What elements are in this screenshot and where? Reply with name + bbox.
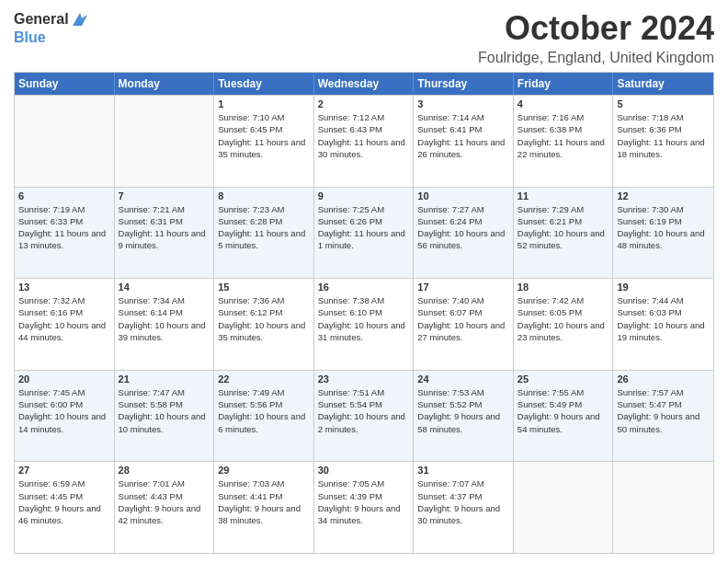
empty-cell [514,462,614,553]
day-cell-8: 8Sunrise: 7:23 AMSunset: 6:28 PMDaylight… [214,188,314,279]
sunset-text: Sunset: 6:12 PM [218,306,310,318]
sunrise-text: Sunrise: 6:59 AM [18,477,110,489]
daylight-text: Daylight: 9 hours and 58 minutes. [417,410,509,435]
empty-cell [613,462,713,553]
day-number: 2 [318,98,410,109]
sunrise-text: Sunrise: 7:05 AM [318,477,410,489]
daylight-text: Daylight: 10 hours and 6 minutes. [218,410,310,435]
logo-general: General [14,11,69,28]
day-cell-31: 31Sunrise: 7:07 AMSunset: 4:37 PMDayligh… [414,462,514,553]
calendar-header-row: SundayMondayTuesdayWednesdayThursdayFrid… [15,73,713,95]
sunset-text: Sunset: 6:43 PM [318,123,410,135]
day-number: 22 [218,373,310,385]
daylight-text: Daylight: 11 hours and 5 minutes. [218,227,310,252]
day-number: 25 [518,373,609,385]
day-cell-6: 6Sunrise: 7:19 AMSunset: 6:33 PMDaylight… [15,188,115,279]
daylight-text: Daylight: 9 hours and 50 minutes. [617,410,710,435]
day-number: 17 [417,282,509,293]
sunrise-text: Sunrise: 7:25 AM [318,203,410,215]
day-number: 13 [18,282,110,293]
sunset-text: Sunset: 5:56 PM [218,398,310,410]
day-cell-3: 3Sunrise: 7:14 AMSunset: 6:41 PMDaylight… [414,96,514,187]
day-cell-10: 10Sunrise: 7:27 AMSunset: 6:24 PMDayligh… [414,188,514,279]
header-cell-wednesday: Wednesday [314,73,415,95]
sunrise-text: Sunrise: 7:44 AM [617,294,710,306]
day-cell-15: 15Sunrise: 7:36 AMSunset: 6:12 PMDayligh… [214,279,314,370]
sunrise-text: Sunrise: 7:12 AM [318,111,410,123]
day-cell-30: 30Sunrise: 7:05 AMSunset: 4:39 PMDayligh… [314,462,415,553]
sunset-text: Sunset: 4:45 PM [18,490,110,502]
day-cell-9: 9Sunrise: 7:25 AMSunset: 6:26 PMDaylight… [314,188,415,279]
day-number: 1 [218,98,310,109]
day-cell-20: 20Sunrise: 7:45 AMSunset: 6:00 PMDayligh… [15,371,115,462]
daylight-text: Daylight: 10 hours and 44 minutes. [18,319,110,344]
sunrise-text: Sunrise: 7:19 AM [18,203,110,215]
daylight-text: Daylight: 11 hours and 35 minutes. [218,136,310,161]
sunrise-text: Sunrise: 7:47 AM [119,386,210,398]
day-cell-5: 5Sunrise: 7:18 AMSunset: 6:36 PMDaylight… [613,96,713,187]
daylight-text: Daylight: 9 hours and 42 minutes. [119,502,210,527]
sunrise-text: Sunrise: 7:38 AM [318,294,410,306]
day-cell-12: 12Sunrise: 7:30 AMSunset: 6:19 PMDayligh… [613,188,713,279]
sunset-text: Sunset: 6:16 PM [18,306,110,318]
daylight-text: Daylight: 9 hours and 38 minutes. [218,502,310,527]
sunset-text: Sunset: 6:14 PM [119,306,210,318]
daylight-text: Daylight: 10 hours and 23 minutes. [518,319,609,344]
svg-marker-0 [73,13,87,26]
day-number: 11 [518,190,609,201]
day-number: 5 [617,98,710,109]
sunset-text: Sunset: 6:41 PM [417,123,509,135]
sunrise-text: Sunrise: 7:18 AM [617,111,710,123]
sunrise-text: Sunrise: 7:57 AM [617,386,710,398]
sunset-text: Sunset: 5:52 PM [417,398,509,410]
sunset-text: Sunset: 6:36 PM [617,123,710,135]
sunrise-text: Sunrise: 7:32 AM [18,294,110,306]
sunset-text: Sunset: 5:54 PM [318,398,410,410]
day-number: 15 [218,282,310,293]
day-cell-22: 22Sunrise: 7:49 AMSunset: 5:56 PMDayligh… [214,371,314,462]
day-number: 14 [119,282,210,293]
day-cell-1: 1Sunrise: 7:10 AMSunset: 6:45 PMDaylight… [214,96,314,187]
day-number: 23 [318,373,410,385]
sunrise-text: Sunrise: 7:49 AM [218,386,310,398]
title-block: October 2024 Foulridge, England, United … [478,9,714,66]
location-title: Foulridge, England, United Kingdom [478,50,714,66]
daylight-text: Daylight: 9 hours and 46 minutes. [18,502,110,527]
header-cell-monday: Monday [115,73,215,95]
sunrise-text: Sunrise: 7:16 AM [518,111,609,123]
header-cell-saturday: Saturday [613,73,713,95]
header-cell-friday: Friday [514,73,614,95]
calendar-week-5: 27Sunrise: 6:59 AMSunset: 4:45 PMDayligh… [15,461,713,553]
sunset-text: Sunset: 5:47 PM [617,398,710,410]
daylight-text: Daylight: 10 hours and 52 minutes. [518,227,609,252]
sunset-text: Sunset: 6:31 PM [119,215,210,227]
calendar-body: 1Sunrise: 7:10 AMSunset: 6:45 PMDaylight… [15,95,713,553]
sunrise-text: Sunrise: 7:51 AM [318,386,410,398]
day-number: 28 [119,465,210,476]
daylight-text: Daylight: 10 hours and 2 minutes. [318,410,410,435]
day-cell-29: 29Sunrise: 7:03 AMSunset: 4:41 PMDayligh… [214,462,314,553]
day-number: 3 [417,98,509,109]
day-cell-28: 28Sunrise: 7:01 AMSunset: 4:43 PMDayligh… [115,462,215,553]
calendar-week-4: 20Sunrise: 7:45 AMSunset: 6:00 PMDayligh… [15,370,713,462]
daylight-text: Daylight: 11 hours and 9 minutes. [119,227,210,252]
sunset-text: Sunset: 4:39 PM [318,490,410,502]
day-cell-21: 21Sunrise: 7:47 AMSunset: 5:58 PMDayligh… [115,371,215,462]
sunrise-text: Sunrise: 7:29 AM [518,203,609,215]
day-number: 29 [218,465,310,476]
day-number: 7 [119,190,210,201]
sunset-text: Sunset: 6:07 PM [417,306,509,318]
sunset-text: Sunset: 6:10 PM [318,306,410,318]
sunset-text: Sunset: 6:24 PM [417,215,509,227]
daylight-text: Daylight: 10 hours and 31 minutes. [318,319,410,344]
daylight-text: Daylight: 11 hours and 30 minutes. [318,136,410,161]
daylight-text: Daylight: 10 hours and 10 minutes. [119,410,210,435]
day-number: 10 [417,190,509,201]
day-number: 12 [617,190,710,201]
sunset-text: Sunset: 6:19 PM [617,215,710,227]
sunset-text: Sunset: 4:41 PM [218,490,310,502]
daylight-text: Daylight: 9 hours and 30 minutes. [417,502,509,527]
daylight-text: Daylight: 10 hours and 14 minutes. [18,410,110,435]
sunset-text: Sunset: 6:45 PM [218,123,310,135]
day-number: 8 [218,190,310,201]
